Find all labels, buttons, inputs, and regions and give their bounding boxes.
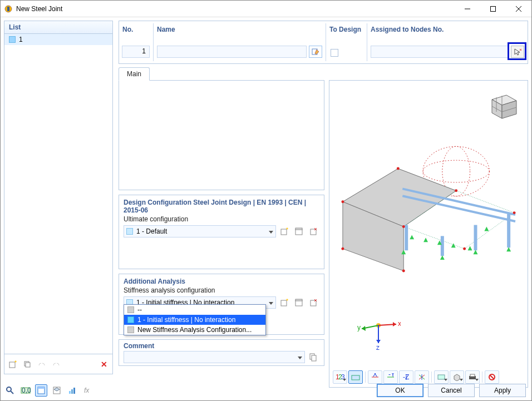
svg-marker-71	[362, 326, 366, 331]
vp-axis-x-button[interactable]: X	[368, 370, 382, 384]
dropdown-option-new-config[interactable]: New Stiffness Analysis Configuration...	[124, 325, 265, 335]
config-new-button[interactable]	[278, 225, 290, 237]
svg-text:fx: fx	[84, 387, 90, 394]
option-chip	[127, 306, 134, 313]
option-chip	[127, 326, 134, 333]
vp-axis-z-button[interactable]: -Z	[399, 370, 413, 384]
svg-rect-6	[9, 362, 15, 368]
svg-text:X: X	[373, 373, 377, 378]
axes-triad: x y z	[356, 308, 401, 354]
svg-marker-57	[440, 255, 445, 260]
chevron-down-icon	[298, 357, 302, 359]
dropdown-option-blank[interactable]: --	[124, 305, 265, 315]
assigned-input[interactable]	[371, 46, 509, 58]
svg-line-94	[490, 375, 494, 379]
svg-text:z: z	[376, 344, 380, 352]
svg-marker-68	[393, 322, 396, 326]
edit-icon	[312, 48, 319, 56]
config-delete-button[interactable]	[307, 225, 319, 237]
svg-text:y: y	[357, 324, 361, 331]
vp-show-model-button[interactable]	[348, 370, 363, 384]
model-viewport[interactable]: x y z	[332, 83, 525, 365]
cancel-button[interactable]: Cancel	[428, 384, 475, 397]
link-button	[36, 358, 48, 370]
status-search-button[interactable]	[4, 384, 16, 397]
vp-view-cube-button[interactable]	[450, 370, 464, 384]
header-fields: No. 1 Name To Design Assigned to Nodes N…	[119, 21, 528, 64]
svg-marker-74	[376, 340, 381, 343]
copy-item-button[interactable]	[21, 358, 33, 370]
list-item-label: 1	[19, 36, 23, 43]
status-layers-button[interactable]	[51, 384, 63, 397]
svg-point-49	[397, 167, 400, 170]
svg-marker-65	[484, 226, 489, 231]
comment-combo[interactable]	[124, 351, 305, 363]
pick-nodes-button[interactable]	[511, 46, 524, 58]
svg-point-52	[513, 211, 516, 214]
vp-display-mode-button[interactable]	[434, 370, 449, 384]
delete-icon: ✕	[101, 360, 107, 369]
comment-panel: Comment	[119, 339, 324, 366]
name-input[interactable]	[157, 46, 307, 58]
status-units-button[interactable]: 0,00	[19, 384, 32, 397]
tab-main[interactable]: Main	[119, 67, 150, 81]
status-grid-button[interactable]	[35, 384, 47, 397]
list-panel: List 1	[4, 21, 113, 374]
no-input[interactable]: 1	[122, 46, 150, 58]
ultimate-config-value: 1 - Default	[136, 227, 167, 235]
unlink-button	[50, 358, 62, 370]
svg-rect-3	[491, 6, 496, 11]
viewport-toolbar: 123 X -Y -Z	[332, 369, 525, 385]
stiffness-library-button[interactable]	[293, 296, 305, 309]
to-design-checkbox[interactable]	[331, 49, 338, 57]
apply-button[interactable]: Apply	[479, 384, 526, 397]
option-label: --	[137, 306, 142, 314]
list-item-chip	[9, 36, 16, 43]
view-cube[interactable]	[485, 90, 519, 125]
svg-rect-23	[295, 299, 302, 301]
svg-marker-61	[423, 237, 428, 242]
comment-edit-button[interactable]	[307, 351, 319, 363]
config-library-button[interactable]	[293, 225, 305, 237]
ultimate-config-combo[interactable]: 1 - Default	[124, 225, 276, 237]
svg-rect-9	[26, 363, 30, 367]
svg-point-54	[341, 247, 344, 250]
stiffness-new-button[interactable]	[278, 296, 290, 309]
window-title: New Steel Joint	[16, 5, 455, 13]
vp-print-button[interactable]	[465, 370, 480, 384]
option-label: New Stiffness Analysis Configuration...	[137, 326, 252, 334]
svg-line-96	[11, 391, 13, 394]
additional-analysis-panel: Additional Analysis Stiffness analysis c…	[119, 274, 324, 335]
vp-axis-y-button[interactable]: -Y	[383, 370, 398, 384]
minimize-button[interactable]	[455, 1, 480, 17]
svg-marker-58	[474, 250, 478, 254]
vp-axes-combo-button[interactable]	[415, 370, 429, 384]
delete-item-button[interactable]: ✕	[98, 358, 110, 370]
no-label: No.	[122, 26, 150, 33]
tab-bar: Main	[119, 67, 528, 81]
vp-numbering-button[interactable]: 123	[333, 370, 347, 384]
list-item[interactable]: 1	[4, 34, 112, 45]
list-header: List	[4, 21, 112, 34]
maximize-button[interactable]	[480, 1, 506, 17]
option-chip	[127, 316, 134, 323]
status-chart-button[interactable]	[66, 384, 78, 397]
stiffness-delete-button[interactable]	[307, 296, 319, 309]
additional-analysis-title: Additional Analysis	[119, 274, 324, 286]
close-button[interactable]	[506, 1, 531, 17]
option-label: 1 - Initial stiffness | No interaction	[137, 316, 235, 324]
svg-rect-24	[311, 300, 316, 306]
svg-marker-63	[451, 243, 456, 247]
vp-reset-view-button[interactable]	[485, 370, 499, 384]
svg-rect-104	[71, 389, 73, 394]
ok-button[interactable]: OK	[377, 384, 423, 397]
name-edit-button[interactable]	[309, 46, 322, 58]
svg-text:x: x	[398, 320, 401, 328]
svg-rect-105	[73, 388, 75, 394]
model-viewport-panel: x y z 123 X -Y -Z	[329, 80, 528, 388]
svg-rect-16	[295, 228, 302, 230]
dropdown-option-initial-stiffness[interactable]: 1 - Initial stiffness | No interaction	[124, 315, 265, 325]
new-item-button[interactable]	[7, 358, 19, 370]
combo-chip	[126, 228, 133, 235]
svg-marker-64	[468, 246, 472, 250]
